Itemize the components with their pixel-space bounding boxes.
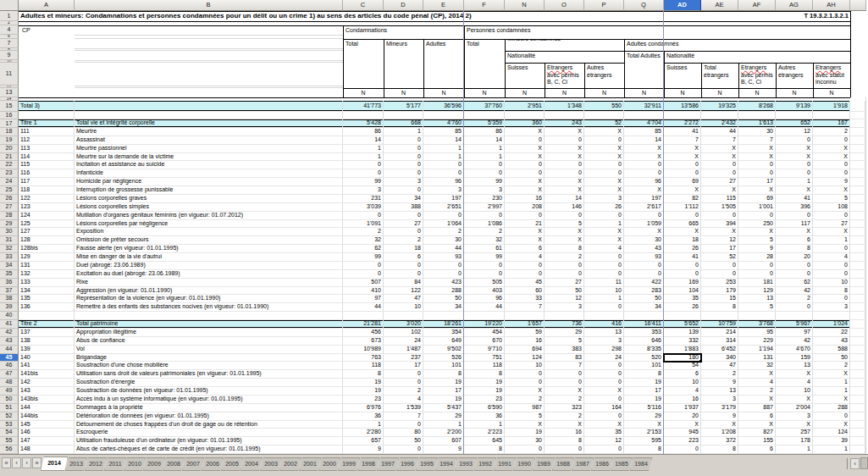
cell-Q15[interactable]: 32'911 [624, 101, 664, 111]
cell-AD56[interactable]: 0 [664, 446, 701, 453]
row-header-39[interactable]: 39 [0, 303, 19, 312]
cell-AG27[interactable]: 396 [776, 203, 813, 211]
cell-A29[interactable]: 125 [19, 220, 75, 228]
cell-AE52[interactable]: 9 [701, 412, 738, 420]
cell-F37[interactable]: 403 [464, 287, 505, 295]
cell-P39[interactable]: 0 [584, 303, 624, 311]
cell-AE18[interactable]: 44 [701, 128, 738, 136]
cell-D52[interactable]: 7 [384, 412, 423, 420]
cell-Q52[interactable]: 29 [624, 412, 664, 420]
cell-O16[interactable] [545, 112, 584, 119]
cell-N33[interactable]: 4 [505, 253, 545, 261]
cell-AD27[interactable]: 1'112 [664, 203, 701, 211]
cell-partial-52[interactable] [850, 412, 865, 420]
cell-AF21[interactable]: X [738, 153, 776, 161]
cell-A24[interactable]: 117 [19, 178, 75, 185]
cell-AH29[interactable]: 27 [813, 220, 850, 228]
cell-D21[interactable]: 0 [384, 153, 423, 161]
cell-AD37[interactable]: 104 [664, 287, 701, 295]
cell-C27[interactable]: 3'039 [343, 203, 384, 211]
cell-AG21[interactable]: X [776, 153, 813, 161]
cell-AH45[interactable]: 50 [813, 354, 850, 362]
cell-AE29[interactable]: 394 [701, 220, 738, 228]
cell-Q22[interactable]: 0 [624, 161, 664, 169]
cell-O17[interactable]: 243 [545, 119, 584, 127]
cell-Q29[interactable]: 1'059 [624, 220, 664, 228]
cell-C45[interactable]: 763 [343, 354, 384, 362]
cell-B35[interactable]: Excitation au duel (abrogé: 23.06.1989) [75, 270, 343, 278]
cell-P16[interactable] [584, 112, 624, 119]
cell-P50[interactable]: 0 [584, 396, 624, 403]
cell-D39[interactable]: 10 [384, 303, 423, 311]
row-header-48[interactable]: 48 [0, 379, 19, 387]
cell-E25[interactable]: 3 [423, 186, 464, 194]
cell-AE15[interactable]: 19'325 [701, 101, 738, 111]
cell-A47[interactable]: 141bis [19, 370, 75, 378]
cell-AE46[interactable]: 47 [701, 362, 738, 369]
cell-A23[interactable]: 116 [19, 169, 75, 177]
row-header-34[interactable]: 34 [0, 262, 19, 270]
cell-N17[interactable]: 360 [505, 119, 545, 127]
cell-AG56[interactable]: 1 [776, 446, 813, 453]
cell-F44[interactable]: 9'710 [464, 346, 505, 353]
cell-Q26[interactable]: 197 [624, 195, 664, 202]
cell-partial-31[interactable] [850, 236, 865, 244]
sheet-tab-1986[interactable]: 1986 [591, 457, 613, 471]
cell-AE49[interactable]: 13 [701, 387, 738, 395]
cell-Q43[interactable]: 646 [624, 337, 664, 345]
sheet-tab-2004[interactable]: 2004 [240, 457, 263, 471]
cell-F41[interactable]: 19'220 [464, 320, 505, 328]
cell-AG40[interactable] [776, 312, 813, 319]
cell-AG43[interactable]: 42 [776, 337, 813, 345]
cell-O24[interactable]: X [545, 178, 584, 185]
cell-C53[interactable]: 1 [343, 421, 384, 429]
cell-partial-33[interactable] [850, 253, 865, 261]
cell-partial-37[interactable] [850, 287, 865, 295]
cell-C26[interactable]: 231 [343, 195, 384, 202]
cell-B47[interactable]: Utilisation sans droit de valeurs patrim… [75, 370, 343, 378]
cell-F30[interactable]: 2 [464, 228, 505, 235]
row-header-7[interactable]: 7 [0, 39, 19, 48]
cell-AD52[interactable]: 20 [664, 412, 701, 420]
cell-N52[interactable]: 5 [505, 412, 545, 420]
cell-O47[interactable]: 0 [545, 370, 584, 378]
cell-N21[interactable]: X [505, 153, 545, 161]
cell-E47[interactable]: 8 [423, 370, 464, 378]
cell-AG42[interactable]: 97 [776, 329, 813, 336]
cell-C54[interactable]: 2'280 [343, 429, 384, 436]
cell-C46[interactable]: 118 [343, 362, 384, 369]
cell-A46[interactable]: 141 [19, 362, 75, 369]
cell-partial-20[interactable] [850, 145, 865, 152]
cell-B20[interactable]: Meurtre passionnel [75, 145, 343, 152]
cell-E53[interactable]: 1 [423, 421, 464, 429]
column-header-AH[interactable]: AH [813, 0, 850, 11]
sheet-tab-2000[interactable]: 2000 [318, 457, 340, 471]
cell-C37[interactable]: 410 [343, 287, 384, 295]
cell-D51[interactable]: 1'539 [384, 404, 423, 412]
cell-P27[interactable]: 26 [584, 203, 624, 211]
cell-O56[interactable]: 0 [545, 446, 584, 453]
cell-AG25[interactable]: X [776, 186, 813, 194]
cell-N26[interactable]: 16 [505, 195, 545, 202]
cell-P26[interactable]: 3 [584, 195, 624, 202]
cell-AD51[interactable]: 1'937 [664, 404, 701, 412]
cell-AE44[interactable]: 6'452 [701, 346, 738, 353]
cell-P32[interactable]: 4 [584, 245, 624, 252]
cell-B40[interactable] [75, 312, 343, 319]
cell-C28[interactable]: 0 [343, 212, 384, 219]
cell-C25[interactable]: 3 [343, 186, 384, 194]
cell-AH23[interactable]: 0 [813, 169, 850, 177]
row-header-4[interactable]: 4 [0, 25, 19, 35]
cell-B48[interactable]: Soustraction d'énergie [75, 379, 343, 386]
cell-E27[interactable]: 2'651 [423, 203, 464, 211]
column-header-E[interactable]: E [423, 0, 464, 11]
cell-AD39[interactable]: 26 [664, 303, 701, 311]
cell-B22[interactable]: Incitation et assistance au suicide [75, 161, 343, 169]
cell-B53[interactable]: Détournement de choses frappées d'un dro… [75, 421, 343, 429]
cell-AF19[interactable]: 7 [738, 136, 776, 144]
cell-D18[interactable]: 1 [384, 128, 423, 136]
cell-A44[interactable]: 139 [19, 346, 75, 353]
cell-AH39[interactable]: 3 [813, 303, 850, 311]
row-header-33[interactable]: 33 [0, 253, 19, 262]
cell-D46[interactable]: 17 [384, 362, 423, 369]
